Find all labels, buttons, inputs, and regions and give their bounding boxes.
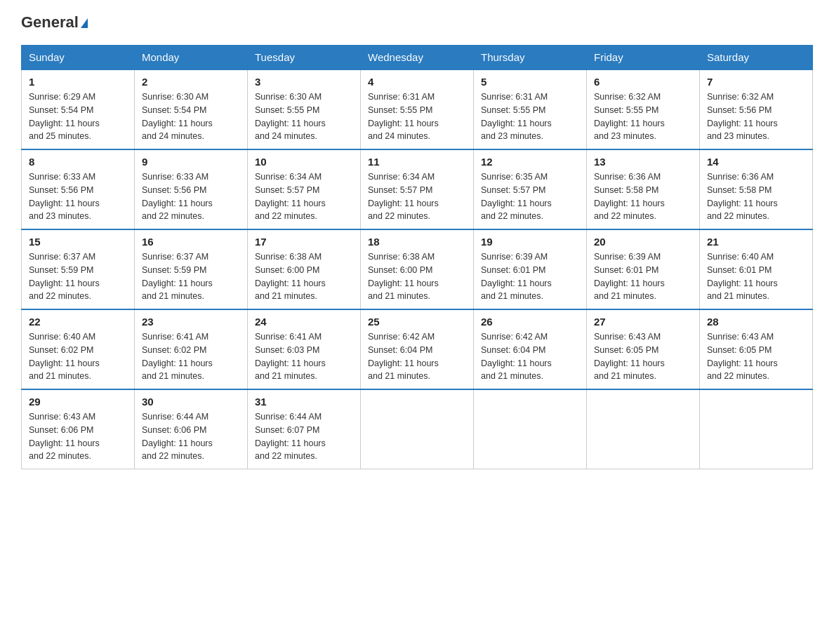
- day-number: 31: [255, 396, 353, 408]
- day-number: 14: [707, 156, 805, 168]
- day-detail: Sunrise: 6:44 AMSunset: 6:07 PMDaylight:…: [255, 410, 353, 463]
- day-detail: Sunrise: 6:30 AMSunset: 5:54 PMDaylight:…: [142, 90, 240, 143]
- calendar-table: SundayMondayTuesdayWednesdayThursdayFrid…: [21, 45, 813, 469]
- day-detail: Sunrise: 6:42 AMSunset: 6:04 PMDaylight:…: [368, 330, 466, 383]
- day-detail: Sunrise: 6:32 AMSunset: 5:56 PMDaylight:…: [707, 90, 805, 143]
- day-number: 29: [29, 396, 127, 408]
- calendar-day-cell: 10 Sunrise: 6:34 AMSunset: 5:57 PMDaylig…: [248, 149, 361, 229]
- day-detail: Sunrise: 6:43 AMSunset: 6:06 PMDaylight:…: [29, 410, 127, 463]
- day-detail: Sunrise: 6:37 AMSunset: 5:59 PMDaylight:…: [29, 250, 127, 303]
- day-detail: Sunrise: 6:41 AMSunset: 6:03 PMDaylight:…: [255, 330, 353, 383]
- calendar-day-cell: 12 Sunrise: 6:35 AMSunset: 5:57 PMDaylig…: [474, 149, 587, 229]
- day-detail: Sunrise: 6:42 AMSunset: 6:04 PMDaylight:…: [481, 330, 579, 383]
- calendar-week-row: 8 Sunrise: 6:33 AMSunset: 5:56 PMDayligh…: [22, 149, 813, 229]
- calendar-empty-cell: [700, 389, 813, 469]
- calendar-day-cell: 22 Sunrise: 6:40 AMSunset: 6:02 PMDaylig…: [22, 309, 135, 389]
- day-number: 24: [255, 316, 353, 328]
- logo-general-text: General: [21, 14, 88, 31]
- calendar-empty-cell: [474, 389, 587, 469]
- calendar-day-cell: 3 Sunrise: 6:30 AMSunset: 5:55 PMDayligh…: [248, 69, 361, 149]
- calendar-day-cell: 18 Sunrise: 6:38 AMSunset: 6:00 PMDaylig…: [361, 229, 474, 309]
- calendar-header-row: SundayMondayTuesdayWednesdayThursdayFrid…: [22, 46, 813, 70]
- day-number: 17: [255, 236, 353, 248]
- day-number: 27: [594, 316, 692, 328]
- calendar-header-wednesday: Wednesday: [361, 46, 474, 70]
- calendar-week-row: 22 Sunrise: 6:40 AMSunset: 6:02 PMDaylig…: [22, 309, 813, 389]
- calendar-header-monday: Monday: [135, 46, 248, 70]
- day-detail: Sunrise: 6:33 AMSunset: 5:56 PMDaylight:…: [142, 170, 240, 223]
- day-number: 5: [481, 76, 579, 88]
- page-header: General: [21, 14, 813, 31]
- calendar-day-cell: 26 Sunrise: 6:42 AMSunset: 6:04 PMDaylig…: [474, 309, 587, 389]
- day-number: 22: [29, 316, 127, 328]
- calendar-day-cell: 16 Sunrise: 6:37 AMSunset: 5:59 PMDaylig…: [135, 229, 248, 309]
- logo-triangle-icon: [81, 18, 88, 28]
- day-detail: Sunrise: 6:43 AMSunset: 6:05 PMDaylight:…: [707, 330, 805, 383]
- calendar-header-thursday: Thursday: [474, 46, 587, 70]
- day-detail: Sunrise: 6:34 AMSunset: 5:57 PMDaylight:…: [255, 170, 353, 223]
- calendar-empty-cell: [361, 389, 474, 469]
- calendar-day-cell: 9 Sunrise: 6:33 AMSunset: 5:56 PMDayligh…: [135, 149, 248, 229]
- day-number: 15: [29, 236, 127, 248]
- day-number: 21: [707, 236, 805, 248]
- day-detail: Sunrise: 6:35 AMSunset: 5:57 PMDaylight:…: [481, 170, 579, 223]
- day-detail: Sunrise: 6:38 AMSunset: 6:00 PMDaylight:…: [255, 250, 353, 303]
- calendar-day-cell: 21 Sunrise: 6:40 AMSunset: 6:01 PMDaylig…: [700, 229, 813, 309]
- calendar-day-cell: 4 Sunrise: 6:31 AMSunset: 5:55 PMDayligh…: [361, 69, 474, 149]
- logo: General: [21, 14, 88, 31]
- day-number: 26: [481, 316, 579, 328]
- day-number: 10: [255, 156, 353, 168]
- day-number: 1: [29, 76, 127, 88]
- calendar-empty-cell: [587, 389, 700, 469]
- day-number: 2: [142, 76, 240, 88]
- day-detail: Sunrise: 6:41 AMSunset: 6:02 PMDaylight:…: [142, 330, 240, 383]
- calendar-day-cell: 30 Sunrise: 6:44 AMSunset: 6:06 PMDaylig…: [135, 389, 248, 469]
- day-detail: Sunrise: 6:39 AMSunset: 6:01 PMDaylight:…: [481, 250, 579, 303]
- calendar-day-cell: 29 Sunrise: 6:43 AMSunset: 6:06 PMDaylig…: [22, 389, 135, 469]
- calendar-day-cell: 6 Sunrise: 6:32 AMSunset: 5:55 PMDayligh…: [587, 69, 700, 149]
- calendar-day-cell: 25 Sunrise: 6:42 AMSunset: 6:04 PMDaylig…: [361, 309, 474, 389]
- day-number: 28: [707, 316, 805, 328]
- day-detail: Sunrise: 6:32 AMSunset: 5:55 PMDaylight:…: [594, 90, 692, 143]
- day-detail: Sunrise: 6:34 AMSunset: 5:57 PMDaylight:…: [368, 170, 466, 223]
- calendar-week-row: 15 Sunrise: 6:37 AMSunset: 5:59 PMDaylig…: [22, 229, 813, 309]
- day-number: 18: [368, 236, 466, 248]
- day-detail: Sunrise: 6:29 AMSunset: 5:54 PMDaylight:…: [29, 90, 127, 143]
- day-number: 9: [142, 156, 240, 168]
- calendar-day-cell: 31 Sunrise: 6:44 AMSunset: 6:07 PMDaylig…: [248, 389, 361, 469]
- day-detail: Sunrise: 6:38 AMSunset: 6:00 PMDaylight:…: [368, 250, 466, 303]
- day-number: 23: [142, 316, 240, 328]
- calendar-day-cell: 24 Sunrise: 6:41 AMSunset: 6:03 PMDaylig…: [248, 309, 361, 389]
- calendar-day-cell: 19 Sunrise: 6:39 AMSunset: 6:01 PMDaylig…: [474, 229, 587, 309]
- calendar-week-row: 29 Sunrise: 6:43 AMSunset: 6:06 PMDaylig…: [22, 389, 813, 469]
- day-detail: Sunrise: 6:33 AMSunset: 5:56 PMDaylight:…: [29, 170, 127, 223]
- day-number: 6: [594, 76, 692, 88]
- calendar-header-tuesday: Tuesday: [248, 46, 361, 70]
- calendar-day-cell: 8 Sunrise: 6:33 AMSunset: 5:56 PMDayligh…: [22, 149, 135, 229]
- calendar-day-cell: 7 Sunrise: 6:32 AMSunset: 5:56 PMDayligh…: [700, 69, 813, 149]
- day-number: 25: [368, 316, 466, 328]
- day-detail: Sunrise: 6:30 AMSunset: 5:55 PMDaylight:…: [255, 90, 353, 143]
- day-number: 12: [481, 156, 579, 168]
- day-detail: Sunrise: 6:43 AMSunset: 6:05 PMDaylight:…: [594, 330, 692, 383]
- calendar-day-cell: 28 Sunrise: 6:43 AMSunset: 6:05 PMDaylig…: [700, 309, 813, 389]
- calendar-day-cell: 2 Sunrise: 6:30 AMSunset: 5:54 PMDayligh…: [135, 69, 248, 149]
- day-number: 8: [29, 156, 127, 168]
- calendar-day-cell: 23 Sunrise: 6:41 AMSunset: 6:02 PMDaylig…: [135, 309, 248, 389]
- day-number: 11: [368, 156, 466, 168]
- calendar-day-cell: 5 Sunrise: 6:31 AMSunset: 5:55 PMDayligh…: [474, 69, 587, 149]
- calendar-header-saturday: Saturday: [700, 46, 813, 70]
- calendar-day-cell: 17 Sunrise: 6:38 AMSunset: 6:00 PMDaylig…: [248, 229, 361, 309]
- day-detail: Sunrise: 6:37 AMSunset: 5:59 PMDaylight:…: [142, 250, 240, 303]
- calendar-day-cell: 1 Sunrise: 6:29 AMSunset: 5:54 PMDayligh…: [22, 69, 135, 149]
- calendar-day-cell: 27 Sunrise: 6:43 AMSunset: 6:05 PMDaylig…: [587, 309, 700, 389]
- calendar-day-cell: 14 Sunrise: 6:36 AMSunset: 5:58 PMDaylig…: [700, 149, 813, 229]
- day-detail: Sunrise: 6:40 AMSunset: 6:02 PMDaylight:…: [29, 330, 127, 383]
- day-detail: Sunrise: 6:36 AMSunset: 5:58 PMDaylight:…: [707, 170, 805, 223]
- day-detail: Sunrise: 6:31 AMSunset: 5:55 PMDaylight:…: [368, 90, 466, 143]
- day-number: 4: [368, 76, 466, 88]
- day-detail: Sunrise: 6:36 AMSunset: 5:58 PMDaylight:…: [594, 170, 692, 223]
- day-detail: Sunrise: 6:31 AMSunset: 5:55 PMDaylight:…: [481, 90, 579, 143]
- day-number: 13: [594, 156, 692, 168]
- calendar-header-sunday: Sunday: [22, 46, 135, 70]
